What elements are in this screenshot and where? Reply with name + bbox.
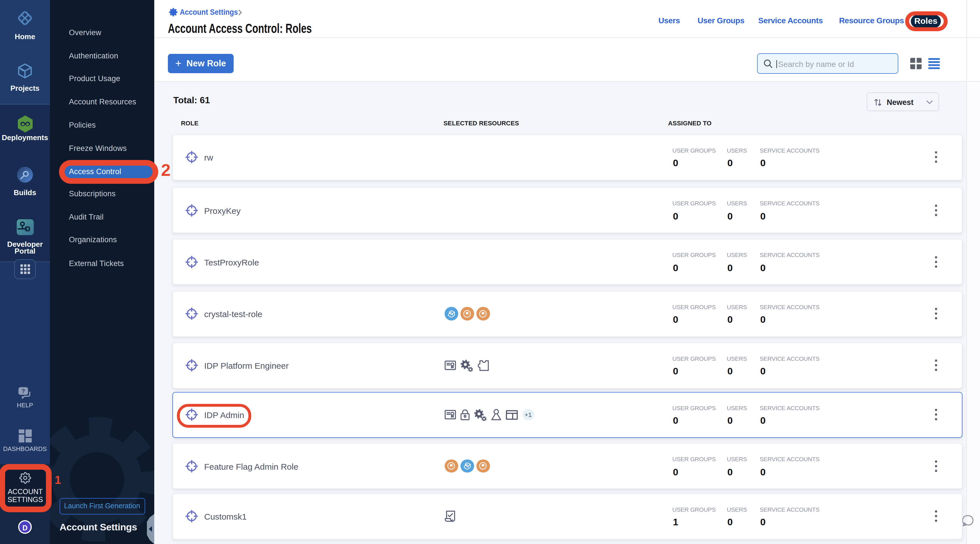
svg-text:?: ? (21, 388, 25, 394)
